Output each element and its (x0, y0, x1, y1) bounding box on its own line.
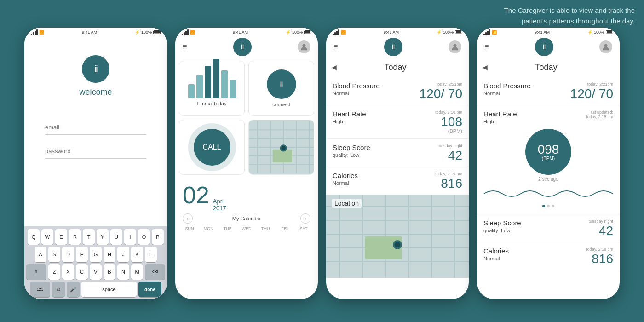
wifi-icon-2: 📶 (190, 30, 195, 34)
key-h[interactable]: H (104, 247, 115, 262)
key-m[interactable]: M (131, 264, 143, 280)
caption: The Caregiver is able to view and track … (504, 6, 635, 26)
bp-timestamp: today, 2:21pm (420, 82, 462, 86)
wifi-icon: 📶 (39, 30, 44, 34)
svg-point-30 (395, 242, 400, 247)
email-field[interactable] (45, 120, 146, 135)
key-mic[interactable]: 🎤 (67, 282, 80, 297)
key-k[interactable]: K (131, 247, 143, 262)
phones-container: 📶 9:41 AM ⚡ 100% ii welcome Q (0, 0, 644, 299)
key-l[interactable]: L (145, 247, 157, 262)
key-done[interactable]: done (138, 282, 161, 297)
key-q[interactable]: Q (28, 229, 40, 245)
bp-label: Blood Pressure (333, 82, 380, 90)
user-avatar-4[interactable] (599, 40, 612, 53)
key-e[interactable]: E (55, 229, 67, 245)
cal-sublabel: Normal (333, 180, 358, 186)
key-c[interactable]: C (76, 264, 88, 280)
key-j[interactable]: J (117, 247, 129, 262)
key-f[interactable]: F (76, 247, 88, 262)
keyboard-row-3: ⇧ Z X C V B N M ⌫ (26, 264, 165, 280)
user-avatar-3[interactable] (448, 40, 461, 53)
bar-6 (230, 80, 236, 98)
key-v[interactable]: V (90, 264, 102, 280)
keyboard: Q W E R T Y U I O P A S D F G H (24, 226, 167, 299)
key-d[interactable]: D (62, 247, 74, 262)
sleep-sublabel-4: quality: Low (483, 228, 521, 233)
health-metrics-4: Blood Pressure Normal today, 2:21pm 120/… (477, 77, 620, 299)
key-x[interactable]: X (62, 264, 74, 280)
hamburger-menu-4[interactable]: ≡ (484, 43, 489, 51)
hr-value: 108 (435, 115, 462, 128)
caption-line1: The Caregiver is able to view and track … (504, 6, 635, 14)
connect-icon-circle: ii (267, 69, 296, 99)
key-w[interactable]: W (41, 229, 53, 245)
key-emoji[interactable]: ☺ (52, 282, 65, 297)
calendar-year: 2017 (213, 205, 226, 212)
key-s[interactable]: S (48, 247, 60, 262)
key-g[interactable]: G (90, 247, 102, 262)
signal-icon-4 (483, 29, 490, 35)
header-logo-ii-3: ii (392, 43, 394, 51)
calendar-prev[interactable]: ‹ (183, 213, 193, 224)
cal-label-4: Calories (483, 247, 509, 255)
sleep-label-4: Sleep Score (483, 219, 521, 227)
back-button-3[interactable]: ◀ (332, 63, 337, 71)
bp-value-4: 120/ 70 (570, 87, 613, 100)
logo-area: ii welcome (79, 55, 112, 97)
bluetooth-icon-3: ⚡ (437, 30, 442, 34)
dashboard-header: ≡ ii (175, 37, 318, 57)
weekday-mon: MON (201, 226, 215, 231)
key-u[interactable]: U (110, 229, 122, 245)
key-space[interactable]: space (81, 282, 137, 297)
key-p[interactable]: P (152, 229, 164, 245)
dashboard-grid: Emma Today ii connect CALL (175, 57, 318, 178)
hr-circle-area: 098 (BPM) 2 sec ago (483, 124, 613, 184)
blood-pressure-row: Blood Pressure Normal today, 2:21pm 120/… (326, 77, 469, 105)
logo-ii-icon: ii (94, 63, 97, 75)
call-card[interactable]: CALL (179, 120, 245, 175)
today-title-3: Today (384, 63, 406, 72)
battery-label-2: 100% (292, 30, 303, 34)
password-field[interactable] (45, 144, 146, 159)
hamburger-menu[interactable]: ≡ (183, 43, 187, 51)
key-t[interactable]: T (83, 229, 95, 245)
connect-card[interactable]: ii connect (248, 61, 314, 116)
bar-3 (205, 66, 211, 98)
cal-value-4: 816 (586, 253, 613, 265)
sleep-row-4: Sleep Score quality: Low tuesday night 4… (477, 214, 620, 242)
header-logo-3: ii (384, 38, 402, 56)
key-o[interactable]: O (138, 229, 150, 245)
key-z[interactable]: Z (48, 264, 60, 280)
key-b[interactable]: B (104, 264, 115, 280)
hr-big-value: 098 (538, 143, 559, 156)
key-123[interactable]: 123 (30, 282, 50, 297)
key-i[interactable]: I (124, 229, 136, 245)
keyboard-row-1: Q W E R T Y U I O P (26, 229, 165, 245)
key-y[interactable]: Y (97, 229, 109, 245)
emma-today-card[interactable]: Emma Today (179, 61, 245, 116)
call-label: CALL (202, 143, 221, 151)
hr-sublabel-4: High (483, 119, 517, 124)
calories-row: Calories Normal today, 2:19 pm 816 (326, 167, 469, 195)
hamburger-menu-3[interactable]: ≡ (334, 43, 338, 51)
key-n[interactable]: N (117, 264, 129, 280)
user-avatar[interactable] (298, 40, 310, 53)
key-backspace[interactable]: ⌫ (145, 264, 165, 280)
svg-point-15 (453, 44, 456, 47)
calendar-date: 02 April 2017 (183, 183, 310, 212)
bluetooth-icon: ⚡ (135, 30, 140, 34)
key-shift[interactable]: ⇧ (26, 264, 46, 280)
today-title-4: Today (535, 63, 557, 72)
key-r[interactable]: R (69, 229, 81, 245)
key-a[interactable]: A (34, 247, 46, 262)
time-display: 9:41 AM (82, 30, 97, 34)
welcome-label: welcome (79, 87, 112, 97)
calendar-next[interactable]: › (300, 213, 310, 224)
signal-icon (31, 29, 38, 35)
back-button-4[interactable]: ◀ (483, 63, 488, 71)
time-display-2: 9:41 AM (233, 30, 248, 34)
app-logo: ii (82, 55, 109, 83)
map-card[interactable] (248, 120, 314, 175)
call-button[interactable]: CALL (194, 129, 230, 166)
